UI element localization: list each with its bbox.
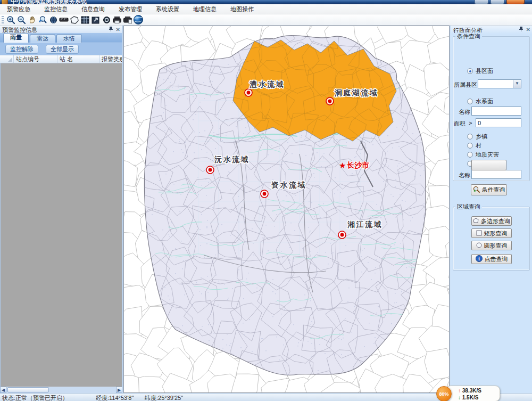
scrollbar-thumb[interactable] (7, 387, 49, 392)
menu-system-settings[interactable]: 系统设置 (149, 4, 186, 14)
close-panel-icon[interactable]: ✕ (526, 27, 530, 33)
city-star-icon: ★ (339, 161, 346, 170)
show-all-button[interactable]: 全部显示 (46, 45, 79, 54)
station-marker[interactable] (326, 97, 334, 105)
left-panel-title: 预警监控信息 (2, 27, 37, 33)
circle-icon (476, 242, 482, 249)
map-toolbar (0, 14, 532, 26)
radio-dot-icon (467, 99, 473, 104)
county-label: 所属县区 (454, 81, 477, 89)
search-plus-icon (473, 186, 480, 194)
main-region: 预警监控信息 ✕ 雨量 雷达 水情 监控解除 全部显示 站点编号 (0, 26, 532, 393)
basin-label-lishui: 澧水流域 (249, 80, 285, 88)
click-query-button[interactable]: i 点击查询 (471, 254, 512, 264)
rect-query-button[interactable]: 矩形查询 (471, 228, 512, 238)
radio-geo-hazard[interactable]: 地质灾害 (467, 151, 499, 159)
radio-water-label: 水系面 (476, 97, 493, 105)
radio-town-label: 乡镇 (476, 133, 487, 141)
menu-publish-manage[interactable]: 发布管理 (112, 4, 149, 14)
map-canvas[interactable]: 澧水流域 洞庭湖流域 沅水流域 资水流域 湘江流域 ★ 长沙市 (123, 26, 450, 393)
radio-geo-hazard-label: 地质灾害 (476, 151, 499, 159)
overview-icon[interactable] (101, 15, 112, 25)
pin-icon[interactable] (519, 26, 523, 33)
tab-rainfall[interactable]: 雨量 (3, 33, 29, 43)
horizontal-scrollbar[interactable]: ◀ ▶ (0, 387, 122, 393)
radio-county-area[interactable]: 县区面 (467, 67, 493, 75)
sort-triangle-icon (8, 58, 12, 62)
condition-query-button[interactable]: 条件查询 (471, 184, 507, 195)
station-marker[interactable] (338, 231, 346, 239)
print-icon[interactable] (112, 15, 122, 25)
station-table-header: 站点编号 站 名 报警类别 (0, 55, 122, 63)
measure-icon[interactable] (59, 15, 69, 25)
radio-village[interactable]: 村 (467, 142, 481, 150)
basin-label-zishui: 资水流域 (271, 181, 306, 189)
zoom-out-icon[interactable] (16, 15, 27, 25)
condition-query-button[interactable] (471, 160, 506, 170)
station-marker[interactable] (206, 166, 214, 174)
pin-icon[interactable] (109, 26, 113, 33)
latitude-readout: 纬度:25°39'25" (145, 394, 183, 401)
name2-label: 名称 (459, 171, 470, 179)
application-window: 中小河流域监测预报服务系统 预警应急 监控信息 信息查询 发布管理 系统设置 地… (0, 0, 532, 401)
county-combobox[interactable]: ▼ (478, 79, 521, 88)
radio-town[interactable]: 乡镇 (467, 133, 487, 141)
radio-county-label: 县区面 (476, 67, 493, 75)
menu-info-query[interactable]: 信息查询 (74, 4, 112, 14)
left-panel-header: 预警监控信息 ✕ (0, 26, 122, 34)
tab-radar[interactable]: 雷达 (30, 34, 55, 43)
circle-query-button[interactable]: 圆形查询 (471, 241, 512, 250)
close-button[interactable] (506, 0, 525, 4)
zoom-previous-icon[interactable] (37, 15, 48, 25)
radio-dot-icon (467, 152, 473, 158)
city-label-changsha[interactable]: 长沙市 (346, 161, 369, 169)
close-panel-icon[interactable]: ✕ (116, 27, 120, 33)
pan-icon[interactable] (27, 15, 37, 25)
info-icon: i (476, 255, 483, 263)
station-table-body[interactable] (1, 63, 122, 387)
station-marker[interactable] (245, 89, 252, 96)
minimize-button[interactable] (475, 0, 488, 4)
status-text: 状态:正常（预警已开启） (2, 394, 68, 401)
region-group-legend: 区域查询 (455, 203, 482, 211)
zoom-in-icon[interactable] (5, 15, 16, 25)
globe-icon[interactable] (133, 15, 144, 25)
name2-input[interactable] (471, 170, 521, 179)
longitude-readout: 经度:114°53'8" (96, 394, 134, 401)
menu-monitor-info[interactable]: 监控信息 (37, 4, 74, 14)
tab-water-level[interactable]: 水情 (56, 34, 82, 43)
radio-village-label: 村 (476, 142, 481, 150)
circle-query-label: 圆形查询 (484, 242, 508, 250)
export-map-icon[interactable] (90, 15, 101, 25)
area-input[interactable] (476, 118, 521, 127)
area-operator: > (469, 120, 472, 126)
basin-label-xiangjiang: 湘江流域 (347, 220, 383, 228)
name-input[interactable] (471, 107, 521, 116)
menu-geo-info[interactable]: 地理信息 (186, 4, 223, 14)
maximize-button[interactable] (491, 0, 504, 4)
condition-group-legend: 条件查询 (455, 32, 482, 40)
menu-warning-emergency[interactable]: 预警应急 (0, 4, 37, 14)
select-polygon-icon[interactable] (69, 15, 80, 25)
menu-map-operation[interactable]: 地图操作 (223, 4, 261, 14)
chevron-down-icon[interactable]: ▼ (513, 80, 521, 88)
full-extent-icon[interactable] (48, 15, 59, 25)
monitor-release-button[interactable]: 监控解除 (5, 45, 38, 54)
radio-dot-icon (467, 68, 473, 74)
toolbar-grip[interactable] (2, 16, 4, 24)
column-station-name[interactable]: 站 名 (57, 55, 99, 63)
station-marker[interactable] (261, 190, 268, 198)
radio-water-system[interactable]: 水系面 (467, 97, 493, 105)
upload-speed: 38.3K/S (462, 388, 481, 394)
menu-bar: 预警应急 监控信息 信息查询 发布管理 系统设置 地理信息 地图操作 (0, 4, 532, 14)
download-speed: 1.5K/S (462, 395, 479, 400)
upload-arrow-icon: ↑ (458, 388, 461, 394)
scroll-left-icon[interactable]: ◀ (0, 387, 6, 393)
sort-column-header[interactable] (0, 55, 14, 63)
print-preview-icon[interactable] (122, 15, 133, 25)
column-alarm-type[interactable]: 报警类别 (99, 55, 122, 63)
column-station-id[interactable]: 站点编号 (14, 55, 57, 63)
scroll-right-icon[interactable]: ▶ (116, 387, 122, 393)
attribute-table-icon[interactable] (80, 15, 90, 25)
polygon-query-button[interactable]: 多边形查询 (471, 216, 512, 226)
